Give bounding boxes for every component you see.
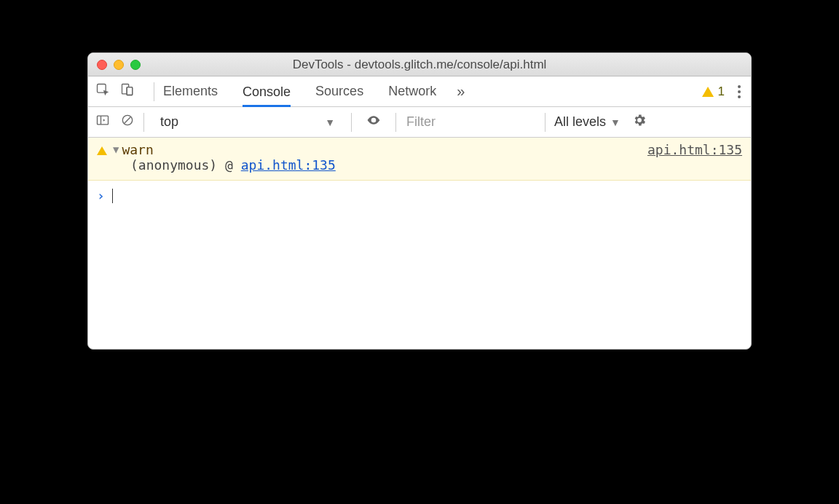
separator (154, 82, 154, 101)
log-levels-select[interactable]: All levels ▼ (554, 114, 621, 130)
log-message: warn (122, 142, 153, 157)
close-window-button[interactable] (97, 60, 107, 70)
show-console-sidebar-icon[interactable] (95, 113, 110, 131)
chevron-down-icon: ▼ (610, 117, 621, 128)
devtools-window: DevTools - devtools.glitch.me/console/ap… (87, 52, 752, 350)
console-prompt[interactable]: › (88, 181, 751, 210)
log-source-link[interactable]: api.html:135 (647, 142, 742, 157)
clear-console-icon[interactable] (120, 113, 135, 131)
filter-input[interactable] (405, 111, 536, 133)
titlebar: DevTools - devtools.glitch.me/console/ap… (88, 53, 751, 76)
prompt-chevron-icon: › (97, 188, 105, 203)
console-toolbar: top ▼ All levels ▼ (88, 107, 751, 138)
console-settings-icon[interactable] (632, 113, 647, 131)
stack-frame-link[interactable]: api.html:135 (241, 157, 336, 173)
disclosure-triangle-icon[interactable]: ▼ (113, 143, 119, 155)
minimize-window-button[interactable] (114, 60, 124, 70)
execution-context-select[interactable]: top ▼ (153, 113, 342, 131)
panel-tabs: Elements Console Sources Network (163, 76, 436, 106)
window-title: DevTools - devtools.glitch.me/console/ap… (88, 58, 751, 72)
tab-console[interactable]: Console (243, 77, 291, 107)
panel-tabbar: Elements Console Sources Network » 1 (88, 76, 751, 107)
svg-rect-4 (98, 116, 109, 125)
tab-network[interactable]: Network (388, 76, 436, 106)
more-tabs-icon[interactable]: » (457, 83, 465, 100)
separator (395, 113, 396, 132)
svg-marker-6 (103, 119, 106, 121)
svg-point-9 (372, 119, 374, 121)
warning-icon (97, 146, 107, 155)
warnings-count-value: 1 (718, 84, 725, 99)
separator (351, 113, 352, 132)
tab-elements[interactable]: Elements (163, 76, 218, 106)
settings-menu-icon[interactable] (738, 85, 741, 98)
log-levels-label: All levels (554, 114, 606, 130)
separator (545, 113, 545, 132)
console-output: ▼ warn api.html:135 (anonymous) @ api.ht… (88, 138, 751, 349)
separator (143, 113, 144, 132)
warnings-counter[interactable]: 1 (702, 84, 725, 99)
svg-rect-2 (127, 87, 133, 95)
stack-frame-label: (anonymous) (130, 157, 217, 173)
warning-icon (702, 87, 714, 97)
svg-line-8 (125, 117, 130, 123)
inspect-element-icon[interactable] (95, 82, 110, 101)
live-expression-icon[interactable] (366, 113, 381, 131)
tab-sources[interactable]: Sources (315, 76, 363, 106)
console-warning-entry: ▼ warn api.html:135 (anonymous) @ api.ht… (88, 138, 751, 181)
text-caret (112, 189, 113, 203)
device-toolbar-icon[interactable] (120, 82, 135, 101)
chevron-down-icon: ▼ (325, 117, 335, 128)
execution-context-value: top (160, 114, 178, 130)
traffic-lights (88, 60, 141, 70)
zoom-window-button[interactable] (130, 60, 141, 70)
stack-trace: (anonymous) @ api.html:135 (97, 157, 742, 173)
